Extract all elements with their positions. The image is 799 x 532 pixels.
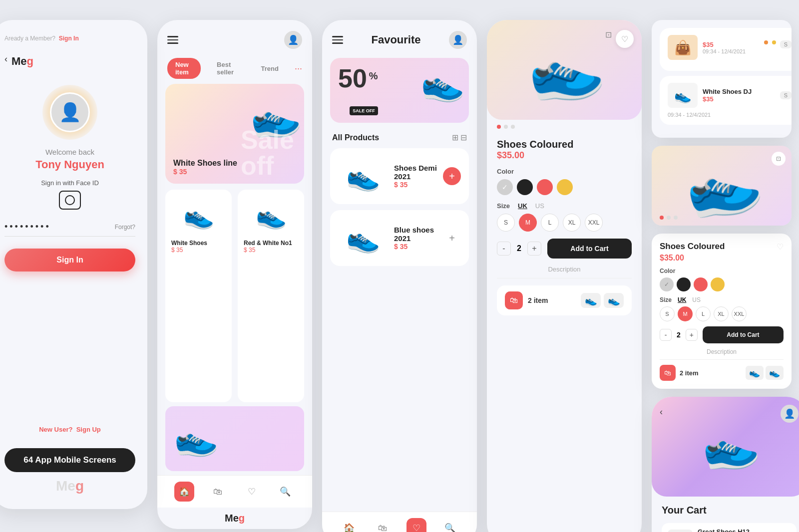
- face-id-label: Sign in with Face ID: [41, 179, 99, 187]
- face-id-icon: [59, 191, 81, 210]
- product-card-white-shoes[interactable]: 👟 White Shoes $ 35: [165, 190, 232, 402]
- dot-1: [504, 125, 508, 129]
- tab-trend[interactable]: Trend: [253, 62, 287, 75]
- shoes-coloured-heart[interactable]: ♡: [777, 242, 784, 252]
- size-label-card: Size: [660, 296, 672, 303]
- nav-wishlist[interactable]: ♡: [242, 482, 262, 502]
- size-xl[interactable]: XL: [563, 214, 581, 232]
- fav-header: Favourite 👤: [322, 20, 477, 54]
- product-price-1: $ 35: [244, 247, 255, 254]
- tab-more-dots[interactable]: ···: [295, 63, 302, 74]
- size-m[interactable]: M: [519, 214, 537, 232]
- add-cart-btn-card[interactable]: Add to Cart: [703, 326, 784, 343]
- product-card-wide[interactable]: 👟: [165, 406, 304, 471]
- cart-footer: 🛍 2 item 👟 👟: [497, 285, 632, 315]
- nav-search[interactable]: 🔍: [275, 482, 295, 502]
- size-us-card[interactable]: US: [692, 296, 701, 303]
- dot-2: [511, 125, 515, 129]
- size-us[interactable]: US: [535, 202, 544, 210]
- sign-in-link[interactable]: Sign In: [59, 35, 79, 42]
- expand-icon[interactable]: ⊡: [605, 30, 612, 39]
- card-size-xxl[interactable]: XXL: [732, 306, 747, 321]
- size-options: S M L XL XXL: [497, 214, 632, 232]
- qty-value: 2: [517, 244, 521, 253]
- card-color-black[interactable]: [677, 277, 691, 291]
- card-size-s[interactable]: S: [660, 306, 675, 321]
- fav-nav-search[interactable]: 🔍: [440, 518, 460, 532]
- qty-minus-card[interactable]: -: [660, 329, 672, 341]
- fav-nav-cart[interactable]: 🛍: [373, 518, 393, 532]
- nav-home[interactable]: 🏠: [174, 482, 194, 502]
- fav-add-plain-1[interactable]: +: [443, 229, 461, 247]
- card-size-m[interactable]: M: [678, 306, 693, 321]
- order-row-dj: 👟 White Shoes DJ $35 S: [668, 83, 792, 108]
- fav-product-card-1[interactable]: 👟 Blue shoes 2021 $ 35 +: [330, 210, 469, 266]
- fav-product-price-0: $ 35: [394, 181, 437, 189]
- tab-best-seller[interactable]: Best seller: [209, 58, 245, 79]
- fav-nav-home[interactable]: 🏠: [339, 518, 359, 532]
- fav-product-card-0[interactable]: 👟 Shoes Demi 2021 $ 35 +: [330, 148, 469, 204]
- detail-dots-row: [660, 216, 678, 220]
- card-size-xl[interactable]: XL: [714, 306, 729, 321]
- card-color-red[interactable]: [694, 277, 708, 291]
- bottom-nav: 🏠 🛍 ♡ 🔍: [157, 475, 312, 508]
- cart-content: Your Cart 👟 Great Shoes H12 $35 - 2 + S: [652, 497, 799, 532]
- sign-up-link[interactable]: Sign Up: [76, 426, 101, 433]
- wide-shoe-image: 👟: [170, 415, 220, 463]
- back-button[interactable]: ‹: [4, 54, 7, 64]
- fav-avatar[interactable]: 👤: [449, 31, 467, 49]
- cart-avatar[interactable]: 👤: [781, 405, 799, 423]
- nav-cart[interactable]: 🛍: [208, 482, 228, 502]
- view-toggle[interactable]: ⊞ ⊟: [452, 133, 467, 142]
- color-label-card: Color: [660, 267, 784, 274]
- detail-price: $35.00: [497, 150, 632, 161]
- color-black[interactable]: [517, 179, 533, 195]
- add-to-cart-button[interactable]: Add to Cart: [547, 239, 632, 259]
- qty-plus-card[interactable]: +: [686, 329, 698, 341]
- qty-minus[interactable]: -: [497, 242, 511, 256]
- detail-expand-icon[interactable]: ⊡: [772, 152, 786, 166]
- size-l[interactable]: L: [541, 214, 559, 232]
- color-gray[interactable]: ✓: [497, 179, 513, 195]
- shop-avatar[interactable]: 👤: [284, 31, 302, 49]
- hero-info: White Shoes line $ 35: [173, 159, 237, 176]
- cart-thumbnails: 👟 👟: [581, 293, 624, 308]
- tab-new-item[interactable]: New item: [167, 58, 201, 79]
- shoes-coloured-title: Shoes Coloured: [660, 242, 725, 252]
- color-yellow[interactable]: [557, 179, 573, 195]
- fav-bottom-nav: 🏠 🛍 ♡ 🔍: [322, 512, 477, 532]
- cart-top-gradient: ‹ 👤 👟: [652, 397, 799, 497]
- size-s[interactable]: S: [497, 214, 515, 232]
- color-red[interactable]: [537, 179, 553, 195]
- password-field[interactable]: •••••••••: [4, 222, 51, 232]
- all-products-row: All Products ⊞ ⊟: [322, 127, 477, 148]
- detail-heart-button[interactable]: ♡: [616, 30, 634, 48]
- tabs-row: New item Best seller Trend ···: [157, 54, 312, 84]
- avatar-glow: 👤: [42, 85, 97, 140]
- cart-thumb-1: 👟: [604, 293, 624, 308]
- menu-button[interactable]: [167, 36, 178, 44]
- size-uk-card[interactable]: UK: [678, 296, 686, 303]
- qty-cart-card-row: - 2 + Add to Cart: [660, 326, 784, 343]
- forgot-link[interactable]: Forgot?: [115, 224, 135, 231]
- cart-back-button[interactable]: ‹: [660, 407, 663, 417]
- fav-nav-wishlist[interactable]: ♡: [406, 518, 426, 532]
- screen-detail: 👟 ♡ ⊡ Shoes Coloured $35.00 Color ✓: [487, 20, 642, 532]
- description-label: Description: [548, 266, 580, 273]
- sale-percent-row: 50 %: [338, 65, 378, 91]
- all-products-label: All Products: [332, 133, 379, 142]
- product-card-red-white[interactable]: 👟 Red & White No1 $ 35: [238, 190, 304, 402]
- sign-in-button[interactable]: Sign In: [4, 249, 135, 271]
- fav-add-button-0[interactable]: +: [443, 167, 461, 185]
- new-user-row: New User? Sign Up: [39, 426, 101, 433]
- card-color-gray[interactable]: ✓: [660, 277, 674, 291]
- size-uk[interactable]: UK: [518, 202, 527, 210]
- cart-thumbs-card: 👟 👟: [746, 366, 784, 380]
- size-xxl[interactable]: XXL: [585, 214, 603, 232]
- fav-menu-button[interactable]: [332, 36, 343, 44]
- card-color-yellow[interactable]: [711, 277, 725, 291]
- fav-product-name-1: Blue shoes 2021: [394, 226, 437, 243]
- qty-plus[interactable]: +: [527, 242, 541, 256]
- hero-price: $ 35: [173, 168, 237, 176]
- card-size-l[interactable]: L: [696, 306, 711, 321]
